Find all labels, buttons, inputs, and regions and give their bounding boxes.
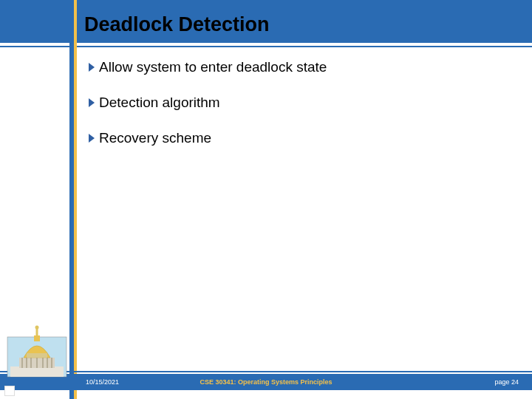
svg-point-13 bbox=[35, 326, 39, 330]
svg-rect-1 bbox=[10, 366, 64, 377]
footer-band: 10/15/2021 CSE 30341: Operating Systems … bbox=[0, 374, 532, 390]
dome-icon bbox=[4, 306, 69, 387]
svg-rect-11 bbox=[34, 335, 40, 341]
svg-rect-10 bbox=[27, 353, 47, 358]
footer-course: CSE 30341: Operating Systems Principles bbox=[0, 374, 532, 390]
bullet-icon bbox=[89, 134, 95, 143]
list-item: Allow system to enter deadlock state bbox=[89, 59, 510, 75]
left-rail-yellow bbox=[74, 0, 77, 399]
footer-top-line bbox=[0, 371, 532, 372]
list-item: Recovery scheme bbox=[89, 130, 510, 146]
list-item-label: Allow system to enter deadlock state bbox=[99, 59, 327, 75]
header-thin-line bbox=[0, 46, 532, 47]
list-item-label: Detection algorithm bbox=[99, 95, 220, 111]
footer-page: page 24 bbox=[494, 374, 519, 390]
bullet-icon bbox=[89, 98, 95, 107]
slide: Deadlock Detection Allow system to enter… bbox=[0, 0, 532, 399]
page-title: Deadlock Detection bbox=[84, 13, 270, 36]
content-list: Allow system to enter deadlock state Det… bbox=[89, 59, 510, 166]
list-item: Detection algorithm bbox=[89, 95, 510, 111]
corner-square bbox=[4, 386, 15, 396]
bullet-icon bbox=[89, 63, 95, 72]
list-item-label: Recovery scheme bbox=[99, 130, 211, 146]
